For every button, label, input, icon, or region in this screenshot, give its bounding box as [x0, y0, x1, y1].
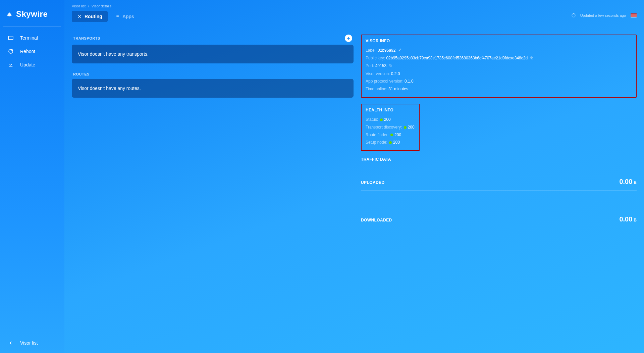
- status-value: 200: [384, 117, 391, 122]
- breadcrumb-current: Visor details: [92, 4, 112, 8]
- status-dot-icon: [389, 141, 392, 144]
- breadcrumb-separator: /: [88, 4, 89, 8]
- content: TRANSPORTS Visor doesn't have any transp…: [64, 27, 644, 353]
- tabs: Routing Apps: [72, 11, 572, 22]
- route-finder-value: 200: [394, 133, 401, 137]
- edit-icon[interactable]: [398, 47, 402, 54]
- info-column: VISOR INFO Label: 02b95a92 Public key: 0…: [361, 35, 637, 346]
- transports-title: TRANSPORTS: [73, 36, 100, 40]
- logo-icon: [6, 11, 13, 17]
- downloaded-value: 0.00: [619, 215, 632, 223]
- traffic-panel: TRAFFIC DATA UPLOADED 0.00B DOWNLOADED 0…: [361, 157, 637, 228]
- transport-discovery-key: Transport discovery:: [366, 125, 402, 130]
- svg-rect-1: [116, 15, 116, 16]
- reboot-icon: [7, 48, 14, 55]
- health-info-panel: HEALTH INFO Status: 200 Transport discov…: [361, 104, 420, 151]
- back-link-label: Visor list: [20, 340, 38, 346]
- sidebar-item-label: Terminal: [20, 35, 38, 41]
- svg-rect-4: [116, 16, 116, 17]
- port-key: Port:: [366, 63, 374, 68]
- transports-empty-text: Visor doesn't have any transports.: [78, 51, 149, 57]
- sidebar-item-label: Update: [20, 62, 35, 67]
- uploaded-key: UPLOADED: [361, 180, 385, 185]
- brand: Skywire: [0, 6, 64, 25]
- refresh-spinner-icon: [572, 13, 576, 17]
- brand-name: Skywire: [16, 9, 48, 19]
- port-value: 49153: [375, 63, 386, 68]
- transports-empty-card: Visor doesn't have any transports.: [72, 45, 354, 63]
- update-icon: [7, 61, 14, 68]
- status-key: Status:: [366, 117, 378, 122]
- uploaded-value: 0.00: [619, 178, 632, 185]
- sidebar: Skywire Terminal Reboot Update Visor lis…: [0, 0, 64, 353]
- visor-version-value: 0.2.0: [391, 71, 400, 76]
- traffic-uploaded-row: UPLOADED 0.00B: [361, 173, 637, 191]
- svg-rect-3: [118, 15, 119, 16]
- app-proto-key: App protocol version:: [366, 79, 404, 84]
- status-dot-icon: [380, 118, 383, 121]
- downloaded-unit: B: [634, 218, 637, 222]
- divider: [3, 26, 61, 27]
- downloaded-key: DOWNLOADED: [361, 218, 392, 222]
- breadcrumb: Visor list / Visor details: [72, 4, 572, 8]
- tab-label: Apps: [122, 14, 134, 19]
- sidebar-item-reboot[interactable]: Reboot: [0, 45, 64, 58]
- uploaded-unit: B: [634, 180, 637, 185]
- traffic-downloaded-row: DOWNLOADED 0.00B: [361, 211, 637, 228]
- sidebar-item-update[interactable]: Update: [0, 58, 64, 71]
- time-online-value: 31 minutes: [388, 87, 408, 91]
- traffic-title: TRAFFIC DATA: [361, 157, 637, 162]
- copy-icon[interactable]: [530, 55, 534, 62]
- breadcrumb-root[interactable]: Visor list: [72, 4, 86, 8]
- terminal-icon: [7, 35, 14, 41]
- setup-node-value: 200: [393, 140, 400, 145]
- health-info-title: HEALTH INFO: [366, 108, 415, 112]
- time-online-key: Time online:: [366, 87, 387, 91]
- routes-section: ROUTES Visor doesn't have any routes.: [72, 72, 354, 98]
- tab-label: Routing: [85, 14, 102, 19]
- back-to-visor-list[interactable]: Visor list: [0, 334, 64, 353]
- svg-rect-5: [117, 16, 118, 17]
- publickey-value: 02b95a9295c83cb79ca93e1735c608fef5368036…: [386, 56, 528, 60]
- main: Visor list / Visor details Routing Apps: [64, 0, 644, 353]
- svg-rect-6: [118, 16, 119, 17]
- status-dot-icon: [390, 134, 393, 136]
- routes-empty-card: Visor doesn't have any routes.: [72, 79, 354, 98]
- copy-icon[interactable]: [389, 62, 392, 70]
- status-dot-icon: [404, 126, 407, 129]
- routing-icon: [77, 14, 82, 19]
- sidebar-item-terminal[interactable]: Terminal: [0, 31, 64, 45]
- tab-apps[interactable]: Apps: [110, 11, 140, 22]
- label-value: 02b95a92: [378, 48, 395, 53]
- chevron-left-icon: [7, 340, 14, 346]
- route-finder-key: Route finder:: [366, 133, 389, 137]
- visor-info-panel: VISOR INFO Label: 02b95a92 Public key: 0…: [361, 35, 637, 98]
- updated-status: Updated a few seconds ago: [580, 13, 626, 17]
- sidebar-item-label: Reboot: [20, 49, 35, 54]
- main-column: TRANSPORTS Visor doesn't have any transp…: [72, 35, 354, 346]
- routes-empty-text: Visor doesn't have any routes.: [78, 86, 141, 91]
- topbar: Visor list / Visor details Routing Apps: [64, 0, 644, 22]
- transports-section: TRANSPORTS Visor doesn't have any transp…: [72, 35, 354, 63]
- visor-version-key: Visor version:: [366, 71, 390, 76]
- visor-info-title: VISOR INFO: [366, 39, 632, 43]
- label-key: Label:: [366, 48, 377, 53]
- apps-icon: [115, 14, 120, 19]
- svg-rect-2: [117, 15, 118, 16]
- transport-discovery-value: 200: [408, 125, 415, 130]
- routes-title: ROUTES: [73, 72, 90, 76]
- add-transport-button[interactable]: [345, 35, 352, 42]
- tab-routing[interactable]: Routing: [72, 11, 108, 22]
- app-proto-value: 0.1.0: [405, 79, 414, 84]
- locale-flag[interactable]: [631, 13, 637, 17]
- setup-node-key: Setup node:: [366, 140, 387, 145]
- publickey-key: Public key:: [366, 56, 385, 60]
